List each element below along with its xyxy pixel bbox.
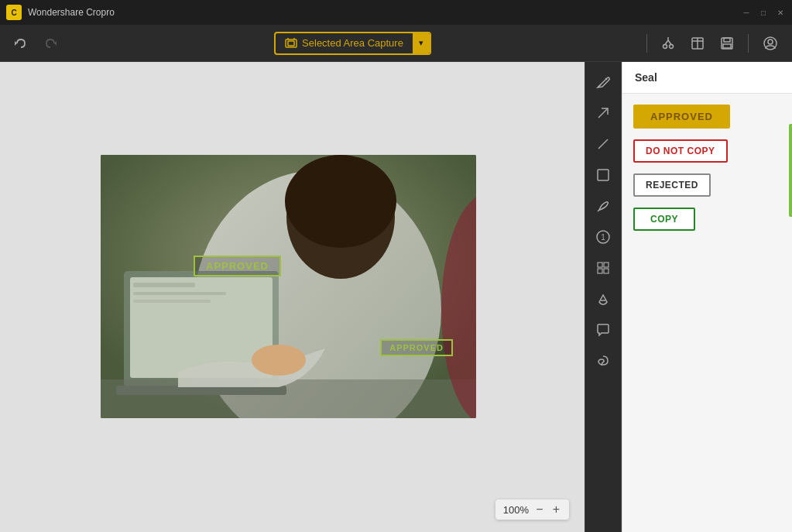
seal-do-not-copy-item[interactable]: DO NOT COPY: [632, 138, 783, 164]
close-button[interactable]: ✕: [775, 7, 786, 18]
svg-line-39: [598, 210, 599, 211]
seal-do-not-copy-label: DO NOT COPY: [633, 139, 728, 163]
vertical-toolbar: 1: [585, 62, 622, 532]
capture-main-button[interactable]: Selected Area Capture: [276, 33, 413, 53]
svg-point-9: [670, 44, 674, 48]
app-title: Wondershare Cropro: [28, 7, 115, 18]
restore-button[interactable]: □: [758, 7, 769, 18]
svg-rect-5: [288, 41, 294, 46]
svg-text:C: C: [11, 9, 16, 17]
svg-rect-43: [604, 263, 609, 267]
seal-copy-label: COPY: [633, 208, 695, 231]
svg-rect-18: [723, 44, 731, 48]
svg-rect-42: [598, 263, 602, 267]
panel-header: Seal: [622, 62, 792, 94]
toolbar-divider: [646, 34, 647, 53]
toolbar-right-controls: [643, 33, 783, 54]
shape-tool-button[interactable]: [589, 161, 617, 189]
svg-line-47: [602, 362, 602, 366]
number-tool-button[interactable]: 1: [589, 223, 617, 251]
toolbar: Selected Area Capture ▾: [0, 25, 792, 62]
svg-point-20: [768, 39, 773, 44]
capture-button-wrapper: Selected Area Capture ▾: [274, 32, 431, 55]
svg-rect-45: [604, 269, 609, 273]
panel-title: Seal: [635, 71, 657, 84]
minimize-button[interactable]: ─: [741, 7, 752, 18]
zoom-in-button[interactable]: +: [550, 503, 563, 517]
stamp-approved-2: APPROVED: [380, 339, 453, 356]
svg-rect-31: [101, 379, 476, 418]
svg-text:1: 1: [601, 233, 605, 242]
zoom-controls: 100% − +: [495, 499, 569, 520]
right-panel: Seal APPROVED DO NOT COPY REJECTED COPY: [622, 62, 792, 532]
svg-rect-17: [724, 38, 730, 42]
panel-content: APPROVED DO NOT COPY REJECTED COPY: [622, 94, 792, 242]
stamp-approved-1: APPROVED: [194, 256, 281, 276]
lasso-tool-button[interactable]: [589, 347, 617, 375]
canvas-image: APPROVED APPROVED: [101, 155, 476, 418]
seal-approved-label: APPROVED: [633, 105, 730, 129]
titlebar-controls: ─ □ ✕: [741, 7, 786, 18]
canvas-area[interactable]: APPROVED APPROVED 100% − +: [0, 62, 585, 532]
seal-approved-item[interactable]: APPROVED: [632, 103, 783, 130]
window-button[interactable]: [686, 33, 709, 53]
seal-copy-item[interactable]: COPY: [632, 206, 783, 232]
person-scene: APPROVED APPROVED: [101, 155, 476, 418]
capture-dropdown-button[interactable]: ▾: [413, 33, 430, 53]
edit-tool-button[interactable]: [589, 68, 617, 96]
svg-rect-44: [598, 269, 602, 273]
mosaic-tool-button[interactable]: [589, 254, 617, 282]
svg-rect-28: [133, 292, 226, 295]
account-button[interactable]: [758, 33, 783, 54]
seal-rejected-item[interactable]: REJECTED: [632, 172, 783, 198]
paint-tool-button[interactable]: [589, 285, 617, 313]
svg-line-10: [665, 40, 668, 45]
cut-button[interactable]: [657, 33, 680, 53]
svg-line-36: [598, 108, 608, 118]
pen-tool-button[interactable]: [589, 192, 617, 220]
svg-rect-29: [133, 300, 211, 303]
svg-rect-38: [598, 170, 609, 180]
svg-line-11: [668, 40, 671, 45]
toolbar-divider-2: [748, 34, 749, 53]
arrow-tool-button[interactable]: [589, 99, 617, 127]
undo-button[interactable]: [9, 33, 33, 53]
seal-rejected-label: REJECTED: [633, 173, 711, 197]
zoom-out-button[interactable]: −: [533, 503, 546, 517]
main-layout: APPROVED APPROVED 100% − +: [0, 62, 792, 532]
app-icon: C: [6, 5, 22, 20]
svg-point-24: [285, 155, 396, 248]
svg-point-8: [663, 44, 667, 48]
svg-rect-27: [133, 283, 195, 287]
svg-line-37: [598, 139, 608, 149]
zoom-level: 100%: [502, 504, 530, 516]
redo-button[interactable]: [39, 33, 62, 53]
line-tool-button[interactable]: [589, 130, 617, 158]
titlebar: C Wondershare Cropro ─ □ ✕: [0, 0, 792, 25]
svg-point-33: [252, 345, 306, 376]
capture-label: Selected Area Capture: [302, 37, 403, 49]
panel-accent: [789, 124, 792, 217]
speech-tool-button[interactable]: [589, 316, 617, 344]
save-button[interactable]: [715, 33, 739, 53]
